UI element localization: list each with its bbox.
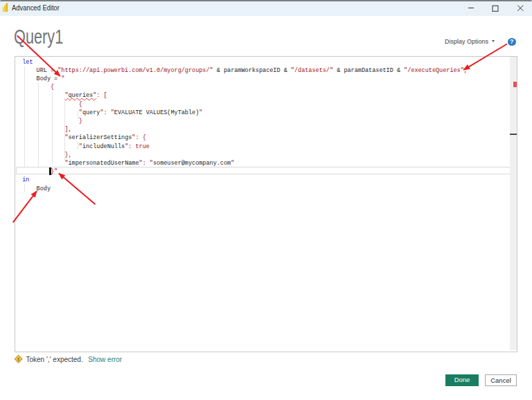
svg-text:!: !	[17, 356, 19, 363]
